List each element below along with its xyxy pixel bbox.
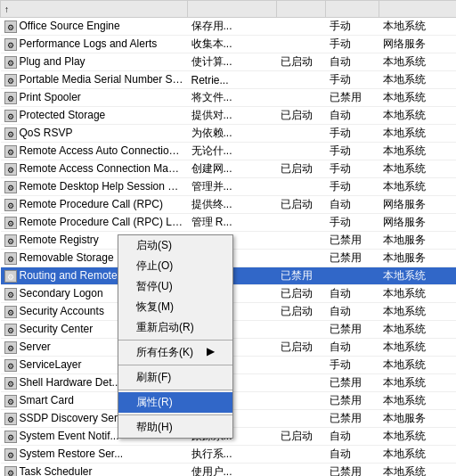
service-name-cell: ⚙Plug and Play: [1, 53, 188, 71]
context-menu-item[interactable]: 暂停(U): [118, 276, 232, 297]
service-startup-cell: 手动: [326, 18, 379, 36]
service-icon: ⚙: [4, 448, 17, 461]
service-login-cell: 本地系统: [379, 143, 457, 160]
service-name-label: Print Spooler: [20, 91, 81, 103]
col-header-login[interactable]: [379, 1, 457, 18]
context-menu-item[interactable]: 重新启动(R): [118, 317, 232, 338]
service-name-label: Task Scheduler: [20, 465, 93, 476]
context-menu-item[interactable]: 恢复(M): [118, 297, 232, 317]
service-login-cell: 本地系统: [379, 464, 457, 477]
service-status-cell: 已启动: [277, 196, 326, 214]
col-header-startup[interactable]: [326, 1, 379, 18]
service-startup-cell: 自动: [326, 428, 379, 446]
service-desc-cell: 执行系...: [188, 446, 277, 464]
service-startup-cell: 已禁用: [326, 89, 379, 107]
context-menu: 启动(S)停止(O)暂停(U)恢复(M)重新启动(R)所有任务(K)刷新(F)属…: [118, 234, 233, 439]
service-icon: ⚙: [4, 306, 17, 318]
service-status-cell: [277, 214, 326, 232]
service-name-label: Remote Procedure Call (RPC) Locator: [20, 216, 188, 228]
service-desc-cell: 将文件...: [188, 89, 277, 107]
service-login-cell: 本地系统: [379, 357, 457, 374]
service-startup-cell: 自动: [326, 285, 379, 303]
service-name-cell: ⚙Remote Access Connection Manager: [1, 160, 188, 178]
service-startup-cell: 手动: [326, 71, 379, 89]
context-menu-item[interactable]: 启动(S): [118, 235, 232, 256]
service-name-label: Protected Storage: [20, 109, 106, 121]
table-row[interactable]: ⚙Office Source Engine保存用...手动本地系统: [1, 18, 457, 36]
service-name-cell: ⚙QoS RSVP: [1, 125, 188, 143]
service-login-cell: 本地服务: [379, 410, 457, 428]
service-login-cell: 本地系统: [379, 374, 457, 392]
table-row[interactable]: ⚙System Restore Ser...执行系...自动本地系统: [1, 446, 457, 464]
context-menu-item[interactable]: 所有任务(K): [118, 342, 232, 363]
service-icon: ⚙: [4, 234, 17, 247]
table-row[interactable]: ⚙QoS RSVP为依赖...手动本地系统: [1, 125, 457, 143]
service-login-cell: 本地服务: [379, 232, 457, 250]
context-menu-item[interactable]: 刷新(F): [118, 367, 232, 388]
service-status-cell: [277, 250, 326, 267]
service-status-cell: 已启动: [277, 107, 326, 125]
table-row[interactable]: ⚙Task Scheduler使用户...已禁用本地系统: [1, 464, 457, 477]
service-status-cell: [277, 71, 326, 89]
service-desc-cell: 使用户...: [188, 464, 277, 477]
service-startup-cell: 手动: [326, 178, 379, 196]
service-icon: ⚙: [4, 74, 17, 86]
service-status-cell: 已启动: [277, 53, 326, 71]
service-login-cell: 本地系统: [379, 160, 457, 178]
service-name-cell: ⚙Remote Procedure Call (RPC): [1, 196, 188, 214]
service-name-cell: ⚙Portable Media Serial Number Service: [1, 71, 188, 89]
service-login-cell: 本地系统: [379, 53, 457, 71]
service-status-cell: [277, 446, 326, 464]
table-row[interactable]: ⚙Portable Media Serial Number ServiceRet…: [1, 71, 457, 89]
table-row[interactable]: ⚙Performance Logs and Alerts收集本...手动网络服务: [1, 36, 457, 53]
service-name-cell: ⚙Performance Logs and Alerts: [1, 36, 188, 53]
col-header-desc[interactable]: [188, 1, 277, 18]
service-icon: ⚙: [4, 413, 17, 425]
service-icon: ⚙: [4, 288, 17, 300]
service-icon: ⚙: [4, 56, 17, 69]
table-row[interactable]: ⚙Remote Procedure Call (RPC)提供终...已启动自动网…: [1, 196, 457, 214]
service-status-cell: [277, 392, 326, 410]
service-icon: ⚙: [4, 377, 17, 390]
service-name-label: SSDP Discovery Ser...: [20, 412, 126, 424]
service-startup-cell: 已禁用: [326, 250, 379, 267]
table-row[interactable]: ⚙Remote Procedure Call (RPC) Locator管理 R…: [1, 214, 457, 232]
context-menu-item[interactable]: 帮助(H): [118, 417, 232, 438]
service-icon: ⚙: [4, 199, 17, 211]
context-menu-separator: [118, 340, 232, 341]
table-row[interactable]: ⚙Remote Desktop Help Session Manager管理并.…: [1, 178, 457, 196]
service-icon: ⚙: [4, 252, 17, 265]
service-name-label: Portable Media Serial Number Service: [20, 73, 188, 86]
service-icon: ⚙: [4, 92, 17, 104]
table-row[interactable]: ⚙Remote Access Connection Manager创建网...已…: [1, 160, 457, 178]
service-desc-cell: 保存用...: [188, 18, 277, 36]
context-menu-item[interactable]: 停止(O): [118, 256, 232, 276]
table-row[interactable]: ⚙Remote Access Auto Connection Manager无论…: [1, 143, 457, 160]
service-startup-cell: 手动: [326, 36, 379, 53]
service-name-label: Plug and Play: [20, 55, 86, 68]
service-name-label: Remote Desktop Help Session Manager: [20, 180, 188, 193]
service-startup-cell: 已禁用: [326, 464, 379, 477]
service-desc-cell: 无论什...: [188, 143, 277, 160]
service-startup-cell: 自动: [326, 107, 379, 125]
table-row[interactable]: ⚙Plug and Play使计算...已启动自动本地系统: [1, 53, 457, 71]
col-header-status[interactable]: [277, 1, 326, 18]
service-icon: ⚙: [4, 395, 17, 407]
service-status-cell: 已启动: [277, 303, 326, 321]
service-icon: ⚙: [4, 324, 17, 336]
col-header-name[interactable]: [1, 1, 188, 18]
service-icon: ⚙: [4, 359, 17, 372]
service-startup-cell: [326, 267, 379, 285]
service-icon: ⚙: [4, 145, 17, 158]
service-icon: ⚙: [4, 270, 17, 283]
table-row[interactable]: ⚙Print Spooler将文件...已禁用本地系统: [1, 89, 457, 107]
service-status-cell: [277, 89, 326, 107]
service-login-cell: 本地系统: [379, 285, 457, 303]
service-name-label: Remote Registry: [20, 234, 99, 246]
service-name-label: ServiceLayer: [20, 358, 82, 371]
service-login-cell: 本地系统: [379, 71, 457, 89]
service-name-label: Server: [20, 341, 51, 353]
service-name-cell: ⚙Protected Storage: [1, 107, 188, 125]
context-menu-item[interactable]: 属性(R): [118, 392, 232, 413]
table-row[interactable]: ⚙Protected Storage提供对...已启动自动本地系统: [1, 107, 457, 125]
